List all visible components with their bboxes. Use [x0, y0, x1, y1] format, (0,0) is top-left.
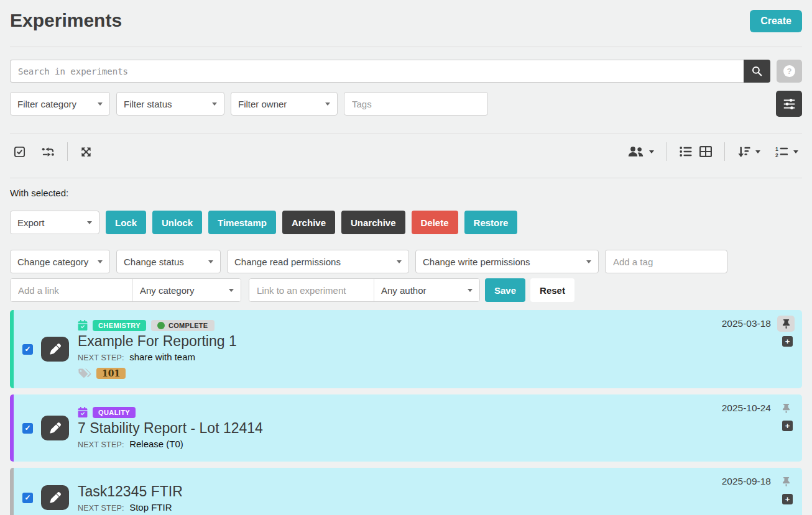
- change-status-select[interactable]: Change status: [116, 250, 221, 273]
- check-icon: ✓: [24, 493, 30, 502]
- chevron-down-icon: [98, 103, 103, 106]
- add-link-input[interactable]: [11, 279, 132, 301]
- unarchive-button[interactable]: Unarchive: [341, 211, 405, 234]
- arrows-turn-to-dots-icon: [42, 146, 55, 158]
- link-experiment-group: Any author: [249, 278, 480, 302]
- chevron-down-icon: [212, 103, 217, 106]
- pin-button[interactable]: [777, 316, 795, 332]
- export-select[interactable]: Export: [10, 211, 99, 234]
- row-checkbox[interactable]: ✓: [22, 344, 33, 355]
- chevron-down-icon: [793, 150, 798, 153]
- table-view-button[interactable]: [696, 144, 716, 160]
- thumbtack-icon: [782, 319, 790, 329]
- search-input[interactable]: [10, 60, 744, 83]
- add-tag-input[interactable]: [605, 250, 727, 273]
- chevron-down-icon: [397, 260, 402, 263]
- change-category-select[interactable]: Change category: [10, 250, 110, 273]
- thumbtack-icon: [782, 404, 790, 413]
- owner-view-button[interactable]: [624, 143, 658, 160]
- change-read-permissions-select[interactable]: Change read permissions: [227, 250, 409, 273]
- chevron-down-icon: [87, 221, 92, 224]
- list-view-button[interactable]: [676, 144, 696, 160]
- edit-button[interactable]: [41, 485, 69, 510]
- pencil-icon: [50, 344, 61, 355]
- search-button[interactable]: [744, 60, 770, 83]
- reset-button[interactable]: Reset: [530, 278, 574, 302]
- divider: [10, 178, 802, 178]
- chevron-down-icon: [98, 260, 103, 263]
- experiment-title[interactable]: Example For Reporting 1: [78, 333, 802, 350]
- timestamp-button[interactable]: Timestamp: [208, 211, 276, 234]
- edit-button[interactable]: [41, 337, 69, 362]
- create-button[interactable]: Create: [750, 10, 802, 32]
- add-button[interactable]: +: [782, 336, 793, 347]
- divider: [724, 142, 725, 161]
- card-side: 2025-10-24: [722, 400, 795, 416]
- filter-status-select[interactable]: Filter status: [116, 92, 224, 116]
- sort-by-button[interactable]: 1 2: [772, 144, 802, 160]
- tags-input[interactable]: [344, 92, 488, 116]
- next-step: NEXT STEP: Release (T0): [78, 439, 802, 450]
- restore-button[interactable]: Restore: [464, 211, 518, 234]
- change-write-permissions-select[interactable]: Change write permissions: [415, 250, 599, 273]
- chevron-down-icon: [229, 289, 234, 292]
- table-icon: [699, 146, 712, 157]
- status-dot: [157, 322, 165, 329]
- search-row: ?: [10, 60, 802, 83]
- unlock-button[interactable]: Unlock: [152, 211, 202, 234]
- experiment-meta: CHEMISTRY COMPLETE: [78, 320, 802, 331]
- filter-options-button[interactable]: [776, 91, 802, 117]
- experiment-card[interactable]: ✓ CHEMISTRY COMPLETE Exam: [10, 310, 802, 388]
- any-author-select[interactable]: Any author: [374, 279, 479, 301]
- edit-button[interactable]: [41, 416, 69, 440]
- chevron-down-icon: [755, 150, 760, 153]
- list-ol-icon: 1 2: [775, 146, 788, 158]
- expand-button[interactable]: [76, 144, 96, 160]
- add-button[interactable]: +: [782, 421, 793, 431]
- calendar-check-icon: [78, 407, 88, 417]
- archive-button[interactable]: Archive: [282, 211, 335, 234]
- row-checkbox[interactable]: ✓: [22, 423, 33, 434]
- status-badge: COMPLETE: [151, 320, 215, 331]
- experiment-card[interactable]: ✓ QUALITY 7 Stability Report - Lot 12414…: [10, 394, 802, 462]
- card-side: 2025-03-18: [722, 316, 795, 332]
- link-experiment-input[interactable]: [249, 279, 374, 301]
- category-badge[interactable]: QUALITY: [93, 407, 136, 418]
- tag[interactable]: 101: [96, 368, 126, 379]
- divider: [10, 47, 802, 47]
- tag-line: 101: [78, 368, 802, 379]
- experiment-title[interactable]: Task12345 FTIR: [78, 483, 802, 500]
- search-icon: [751, 65, 763, 77]
- experiment-title[interactable]: 7 Stability Report - Lot 12414: [78, 420, 802, 437]
- next-step: NEXT STEP: share with team: [78, 352, 802, 363]
- delete-button[interactable]: Delete: [412, 211, 458, 234]
- category-badge[interactable]: CHEMISTRY: [93, 320, 146, 331]
- select-all-button[interactable]: [10, 144, 29, 160]
- chevron-down-icon: [468, 289, 473, 292]
- checkbox-check-icon: [14, 146, 25, 158]
- plus-icon: +: [785, 495, 790, 503]
- experiment-card[interactable]: ✓ Task12345 FTIR NEXT STEP: Stop FTIR 20…: [10, 468, 802, 515]
- sort-order-button[interactable]: [734, 144, 764, 160]
- save-button[interactable]: Save: [485, 278, 525, 302]
- card-side: 2025-09-18: [722, 473, 795, 490]
- pencil-icon: [50, 422, 61, 434]
- filter-owner-select[interactable]: Filter owner: [231, 92, 338, 116]
- add-button[interactable]: +: [782, 494, 793, 504]
- row-checkbox[interactable]: ✓: [22, 493, 33, 503]
- pin-button[interactable]: [777, 473, 795, 490]
- experiment-meta: QUALITY: [78, 407, 802, 418]
- any-category-select[interactable]: Any category: [132, 279, 241, 301]
- arrows-turn-to-dots-icon-button[interactable]: [38, 144, 58, 160]
- pin-button[interactable]: [777, 400, 795, 416]
- experiment-list: ✓ CHEMISTRY COMPLETE Exam: [10, 310, 802, 515]
- check-icon: ✓: [24, 424, 30, 432]
- help-button[interactable]: ?: [777, 60, 802, 83]
- lock-button[interactable]: Lock: [106, 211, 146, 234]
- chevron-down-icon: [586, 260, 591, 263]
- toolbar: 1 2: [10, 142, 802, 162]
- calendar-check-icon: [78, 320, 88, 330]
- filter-category-select[interactable]: Filter category: [10, 92, 110, 116]
- users-icon: [627, 145, 644, 158]
- svg-text:1: 1: [775, 146, 778, 152]
